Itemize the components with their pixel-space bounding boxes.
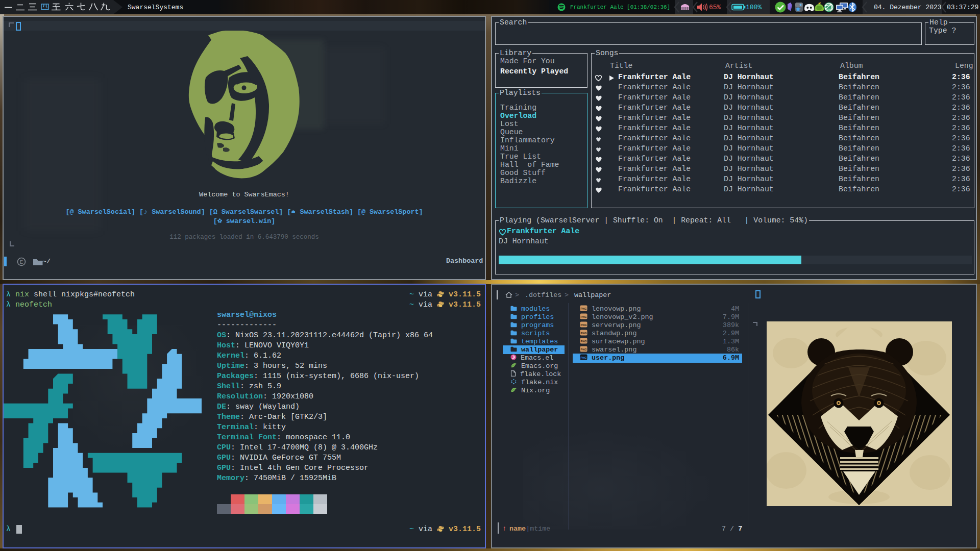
svg-text:PNG: PNG xyxy=(581,315,587,318)
svg-text:PNG: PNG xyxy=(581,307,587,310)
svg-text:PNG: PNG xyxy=(581,348,587,351)
svg-text:PNG: PNG xyxy=(581,332,587,335)
svg-text:PNG: PNG xyxy=(581,340,587,343)
svg-text:PNG: PNG xyxy=(581,356,587,359)
svg-text:E: E xyxy=(20,259,23,265)
svg-text:PNG: PNG xyxy=(581,323,587,327)
